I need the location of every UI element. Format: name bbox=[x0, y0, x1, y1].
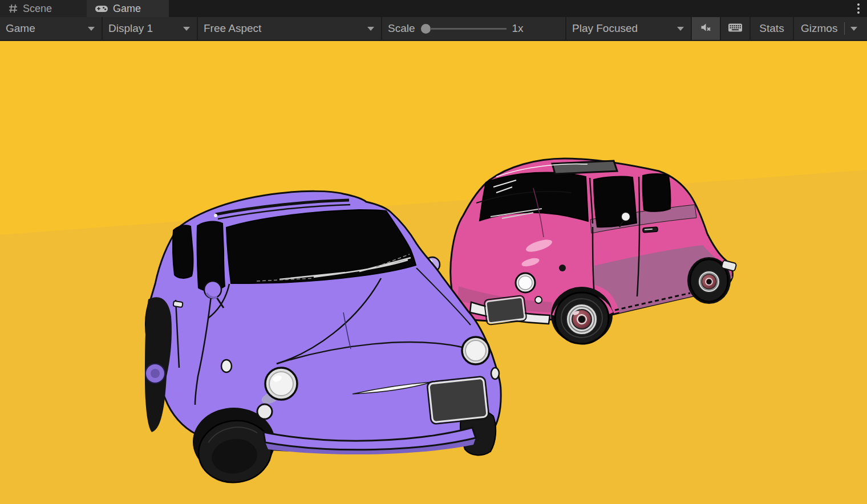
tab-scene[interactable]: Scene bbox=[0, 0, 87, 17]
scale-slider-knob[interactable] bbox=[421, 24, 431, 34]
aspect-ratio-dropdown[interactable]: Free Aspect bbox=[198, 17, 382, 40]
scale-label: Scale bbox=[382, 22, 415, 35]
focus-mode-dropdown-label: Play Focused bbox=[566, 22, 638, 35]
gizmos-separator bbox=[844, 22, 845, 35]
chevron-down-icon bbox=[677, 27, 684, 31]
display-dropdown[interactable]: Display 1 bbox=[103, 17, 198, 40]
mute-audio-button[interactable] bbox=[692, 17, 721, 40]
stats-button[interactable]: Stats bbox=[751, 17, 794, 40]
keyboard-icon bbox=[728, 22, 743, 36]
game-viewport[interactable] bbox=[0, 41, 867, 504]
shortcut-keyboard-button[interactable] bbox=[721, 17, 751, 40]
tab-game-label: Game bbox=[113, 3, 141, 15]
game-mode-dropdown-label: Game bbox=[0, 22, 35, 35]
chevron-down-icon bbox=[367, 27, 374, 31]
focus-mode-dropdown[interactable]: Play Focused bbox=[566, 17, 692, 40]
kebab-menu-icon[interactable] bbox=[852, 2, 865, 15]
game-mode-dropdown[interactable]: Game bbox=[0, 17, 103, 40]
tab-bar: Scene Game bbox=[0, 0, 867, 17]
tab-scene-label: Scene bbox=[23, 3, 52, 15]
game-view-toolbar: Game Display 1 Free Aspect Scale 1x Play… bbox=[0, 17, 867, 40]
stats-button-label: Stats bbox=[759, 22, 784, 35]
gizmos-dropdown[interactable]: Gizmos bbox=[794, 17, 867, 40]
chevron-down-icon bbox=[88, 27, 95, 31]
muted-speaker-icon bbox=[700, 22, 712, 36]
gamepad-icon bbox=[95, 4, 108, 13]
tab-game[interactable]: Game bbox=[87, 0, 169, 17]
purple-car bbox=[143, 188, 508, 485]
scale-slider-track[interactable] bbox=[430, 28, 507, 30]
unity-game-view-window: Scene Game Game Display 1 bbox=[0, 0, 867, 504]
scene-grid-icon bbox=[8, 3, 18, 14]
scale-control: Scale 1x bbox=[382, 17, 566, 40]
chevron-down-icon bbox=[183, 27, 190, 31]
scale-value: 1x bbox=[512, 22, 532, 35]
display-dropdown-label: Display 1 bbox=[103, 22, 153, 35]
chevron-down-icon bbox=[850, 27, 857, 31]
gizmos-dropdown-label: Gizmos bbox=[794, 22, 837, 35]
scale-slider[interactable] bbox=[421, 24, 507, 33]
aspect-ratio-dropdown-label: Free Aspect bbox=[198, 22, 261, 35]
